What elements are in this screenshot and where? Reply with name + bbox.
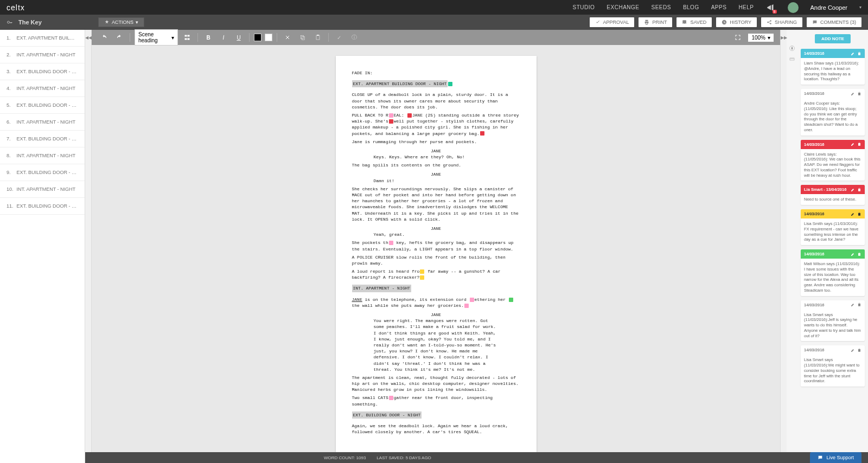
note-marker-icon[interactable] [389, 396, 393, 400]
ruler-icon[interactable] [789, 56, 795, 62]
note-marker-icon[interactable] [464, 304, 469, 308]
nav-exchange[interactable]: EXCHANGE [607, 4, 639, 10]
underline-icon[interactable]: U [233, 32, 245, 43]
sidebar-scene-item[interactable]: 6. INT. APARTMENT - NIGHT [0, 114, 85, 131]
top-bar: celtx STUDIO EXCHANGE SEEDS BLOG APPS HE… [0, 0, 868, 15]
element-type-select[interactable]: Scene heading▾ [135, 29, 178, 46]
ruler-column [787, 30, 797, 463]
nav-blog[interactable]: BLOG [683, 4, 699, 10]
sidebar-scene-item[interactable]: 2. INT. APARTMENT - NIGHT [0, 47, 85, 63]
sidebar-scene-item[interactable]: 1. EXT. APARTMENT BUILDING DOOR - ... [0, 30, 85, 47]
zoom-select[interactable]: 100%▾ [748, 34, 774, 42]
edit-icon[interactable] [851, 252, 855, 256]
notes-panel: ADD NOTE 14/03/2016Liam Shaw says (11/03… [797, 30, 868, 463]
collapse-right-icon[interactable]: ▶▶ [780, 30, 787, 463]
sidebar-scene-item[interactable]: 8. INT. APARTMENT - NIGHT [0, 147, 85, 164]
nav-seeds[interactable]: SEEDS [651, 4, 671, 10]
edit-icon[interactable] [851, 348, 855, 352]
nav-studio[interactable]: STUDIO [573, 4, 595, 10]
note-body: Lisa Smart says (11/03/2016):Jeff is say… [801, 310, 865, 342]
cut-icon[interactable] [282, 32, 293, 43]
dual-dialogue-icon[interactable] [181, 32, 193, 43]
delete-icon[interactable] [857, 188, 861, 192]
copy-icon[interactable] [297, 32, 309, 43]
action-text: Again, we see the deadbolt lock. Again w… [352, 423, 520, 435]
username[interactable]: Andre Cooper [810, 4, 848, 11]
editor-toolbar: Scene heading▾ B I U ✓ ⓘ 100%▾ [92, 30, 780, 45]
svg-point-0 [8, 21, 10, 23]
comments-button[interactable]: COMMENTS (3) [807, 17, 861, 27]
delete-icon[interactable] [857, 348, 861, 352]
undo-icon[interactable] [98, 32, 110, 43]
compass-icon[interactable] [789, 45, 795, 52]
italic-icon[interactable]: I [218, 32, 229, 43]
live-support-button[interactable]: Live Support [810, 452, 861, 463]
edit-icon[interactable] [851, 52, 855, 56]
paste-icon[interactable] [312, 32, 324, 43]
actions-button[interactable]: ACTIONS ▾ [98, 17, 144, 27]
delete-icon[interactable] [857, 92, 861, 96]
note-marker-icon[interactable] [420, 269, 424, 274]
note-card[interactable]: 14/03/2016Liam Shaw says (11/03/2016): @… [801, 49, 865, 85]
delete-icon[interactable] [857, 252, 861, 256]
delete-icon[interactable] [857, 212, 861, 216]
word-count: WORD COUNT: 1093 [324, 455, 366, 460]
sidebar-scene-item[interactable]: 7. EXT. BUILDING DOOR - NIGHT [0, 131, 85, 147]
action-text: She pockets th key, hefts the grocery ba… [352, 240, 520, 252]
note-card[interactable]: 14/03/2016Matt Wilson says (11/03/2016):… [801, 249, 865, 296]
edit-icon[interactable] [851, 212, 855, 216]
note-marker-icon[interactable] [407, 113, 412, 118]
note-marker-icon[interactable] [448, 82, 452, 86]
fullscreen-icon[interactable] [732, 32, 744, 43]
text-color-swatch[interactable] [254, 34, 261, 41]
sidebar-scene-item[interactable]: 10. INT. APARTMENT - NIGHT [0, 181, 85, 198]
note-marker-icon[interactable] [509, 298, 513, 302]
history-button[interactable]: HISTORY [716, 17, 757, 27]
edit-icon[interactable] [851, 188, 855, 192]
approval-button[interactable]: APPROVAL [590, 17, 635, 27]
note-marker-icon[interactable] [420, 275, 424, 280]
note-marker-icon[interactable] [470, 298, 474, 302]
spellcheck-icon[interactable]: ✓ [333, 32, 345, 43]
note-marker-icon[interactable] [389, 241, 393, 245]
note-header: 14/03/2016 [801, 300, 865, 310]
find-icon[interactable]: ⓘ [348, 32, 360, 43]
edit-icon[interactable] [851, 142, 855, 146]
nav-help[interactable]: HELP [738, 4, 754, 10]
sidebar-scene-item[interactable]: 9. EXT. BUILDING DOOR - NIGHT [0, 164, 85, 181]
sidebar-scene-item[interactable]: 3. EXT. BUILDING DOOR - NIGHT [0, 63, 85, 80]
note-card[interactable]: 14/03/2016Lisa Smart says (11/03/2016):J… [801, 300, 865, 342]
page-container[interactable]: FADE IN: EXT. APARTMENT BUILDING DOOR - … [92, 45, 780, 463]
redo-icon[interactable] [113, 32, 125, 43]
nav-apps[interactable]: APPS [711, 4, 727, 10]
script-page[interactable]: FADE IN: EXT. APARTMENT BUILDING DOOR - … [336, 56, 537, 452]
character-name: JANE [352, 148, 520, 154]
note-card[interactable]: 14/03/2016Andre Cooper says: (11/05/2016… [801, 89, 865, 136]
note-card[interactable]: Lia Smart - 13/04/2016Need to source one… [801, 185, 865, 205]
note-marker-icon[interactable] [389, 119, 393, 124]
megaphone-icon[interactable]: 9 [766, 3, 776, 12]
edit-icon[interactable] [851, 303, 855, 307]
add-note-button[interactable]: ADD NOTE [815, 34, 851, 43]
sidebar-scene-item[interactable]: 5. EXT. BUILDING DOOR - NIGHT [0, 97, 85, 114]
sidebar-scene-item[interactable]: 11. EXT. BUILDING DOOR - NIGHT [0, 198, 85, 215]
delete-icon[interactable] [857, 142, 861, 146]
saved-button[interactable]: SAVED [676, 17, 712, 27]
chevron-down-icon[interactable]: ▾ [859, 5, 861, 10]
delete-icon[interactable] [857, 303, 861, 307]
note-card[interactable]: 14/03/2016Lisa Smith says (11/03/2016): … [801, 209, 865, 245]
edit-icon[interactable] [851, 92, 855, 96]
note-marker-icon[interactable] [389, 113, 393, 118]
sidebar-scene-item[interactable]: 4. INT. APARTMENT - NIGHT [0, 80, 85, 97]
bold-icon[interactable]: B [202, 32, 214, 43]
print-button[interactable]: PRINT [639, 17, 672, 27]
collapse-left-icon[interactable]: ◀◀ [85, 30, 92, 463]
delete-icon[interactable] [857, 52, 861, 56]
sharing-button[interactable]: SHARING [761, 17, 802, 27]
sub-bar: The Key ACTIONS ▾ APPROVAL PRINT SAVED H… [0, 15, 868, 30]
highlight-color-swatch[interactable] [265, 34, 272, 41]
note-card[interactable]: 14/03/2016Claire Lewis says: (11/05/2016… [801, 140, 865, 181]
note-card[interactable]: 14/03/2016Lisa Smart says (11/03/2016):W… [801, 345, 865, 387]
note-marker-icon[interactable] [480, 131, 484, 136]
avatar[interactable] [788, 2, 799, 13]
